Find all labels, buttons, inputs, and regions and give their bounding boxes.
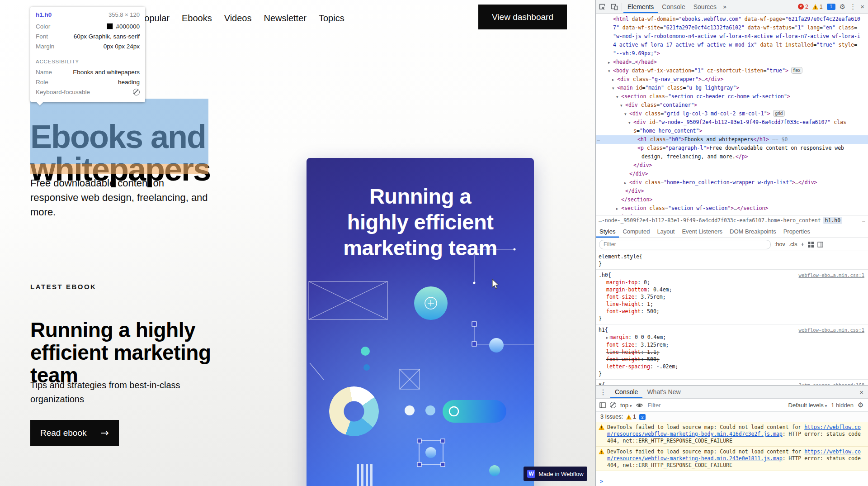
css-selector[interactable]: * (599, 381, 602, 385)
tab-elements[interactable]: Elements (623, 0, 658, 13)
settings-gear-icon[interactable]: ⚙ (840, 3, 845, 11)
nav-link[interactable]: Newsletter (264, 13, 306, 24)
elements-tree-line[interactable]: <html data-wf-domain="ebooks.webflow.com… (596, 15, 868, 24)
breadcrumb-path[interactable]: -node-_9509f2e4-b112-83e1-9f49-6a4cdd7f0… (602, 217, 821, 224)
css-property[interactable]: margin-top: 0; (599, 279, 864, 286)
issues-message-badge[interactable]: 1 (827, 4, 835, 10)
nav-link[interactable]: Videos (224, 13, 252, 24)
breadcrumb-current-node[interactable]: h1.h0 (823, 217, 843, 224)
console-levels-dropdown[interactable]: Default levels▾ (788, 402, 827, 409)
breadcrumb-ellipsis[interactable]: … (599, 217, 602, 224)
close-drawer-icon[interactable]: × (855, 388, 868, 396)
expand-arrow-icon[interactable]: ▸ (624, 179, 629, 187)
kebab-menu-icon[interactable]: ⋮ (849, 3, 856, 11)
nav-link[interactable]: Ebooks (182, 13, 212, 24)
drawer-tab-console[interactable]: Console (610, 386, 642, 398)
more-tabs-icon[interactable]: » (721, 3, 729, 10)
tab-console[interactable]: Console (658, 0, 689, 13)
console-prompt[interactable]: > (596, 477, 868, 486)
css-property[interactable]: letter-spacing: -.02em; (599, 363, 864, 370)
elements-tree-line[interactable]: ▸<div class="home-hero_collection-wrappe… (596, 178, 868, 187)
css-property[interactable]: line-height: 1; (599, 300, 864, 308)
elements-tree-line[interactable]: ▸<section class="section wf-section">…</… (596, 204, 868, 213)
css-property[interactable]: font-weight: 500; (599, 308, 864, 315)
warning-count-badge[interactable]: 1 (812, 4, 823, 10)
elements-tree-line[interactable]: ▸<head>…</head> (596, 58, 868, 67)
console-filter-input[interactable] (647, 401, 784, 409)
expand-arrow-icon[interactable]: ▾ (620, 101, 625, 110)
expand-arrow-icon[interactable]: ▸ (616, 205, 621, 213)
toggle-class-button[interactable]: .cls (789, 241, 797, 248)
sidebar-tab-styles[interactable]: Styles (596, 225, 619, 238)
expand-arrow-icon[interactable]: ▸ (608, 58, 613, 67)
elements-tree-line[interactable]: ▾<div id="w-node-_9509f2e4-b112-83e1-9f4… (596, 118, 868, 127)
expand-arrow-icon[interactable]: ▾ (612, 84, 617, 92)
view-dashboard-button[interactable]: View dashboard (478, 5, 567, 29)
elements-tree-line[interactable]: ▾<section class="section cc-header cc-ho… (596, 92, 868, 101)
elements-tree-line[interactable]: "--vh:9.69px;"> (596, 49, 868, 58)
toggle-hover-state-button[interactable]: :hov (774, 241, 785, 248)
drawer-kebab-icon[interactable]: ⋮ (596, 388, 610, 396)
expand-arrow-icon[interactable]: ▸ (612, 76, 617, 84)
layout-badge[interactable]: flex (791, 67, 803, 74)
grid-overlay-icon[interactable] (808, 242, 814, 248)
clear-console-icon[interactable] (610, 402, 616, 408)
css-property[interactable]: line-height: 1.1; (599, 348, 864, 356)
stylesheet-link[interactable]: webflow-ebo…a.min.css:1 (799, 326, 864, 334)
read-ebook-button[interactable]: Read ebook → (30, 420, 119, 446)
sidebar-tab-computed[interactable]: Computed (619, 225, 653, 238)
elements-tree-line[interactable]: ▾<main id="main" class="u-bg-lightgray"> (596, 84, 868, 92)
css-selector[interactable]: h1 (599, 326, 605, 334)
console-context-selector[interactable]: top▾ (620, 402, 632, 409)
nav-link[interactable]: Topics (319, 13, 344, 24)
issues-count-label[interactable]: 3 Issues: (600, 414, 623, 420)
elements-tree-line[interactable]: ▸<div class="g-nav_wrapper">…</div> (596, 75, 868, 84)
css-property[interactable]: font-weight: 500; (599, 356, 864, 363)
issues-warning-chip[interactable]: 1 (626, 414, 636, 420)
elements-tree-line[interactable]: ▾<div class="grid lg-col-3 md-col-2 sm-c… (596, 110, 868, 118)
elements-tree-line[interactable]: </main> (596, 213, 868, 215)
layout-badge[interactable]: grid (773, 110, 785, 117)
device-toolbar-icon[interactable] (608, 0, 620, 13)
elements-tree-line[interactable]: </section> (596, 195, 868, 204)
expand-arrow-icon[interactable]: ▾ (616, 93, 621, 101)
node-options-icon[interactable]: … (597, 135, 599, 143)
stylesheet-link[interactable]: webflow-ebo…a.min.css:1 (799, 272, 864, 279)
elements-tree-line[interactable]: </div> (596, 161, 868, 170)
expand-shorthand-icon[interactable]: ▸ (606, 335, 609, 340)
elements-tree-line[interactable]: ▾<body data-wf-ix-vacation="1" cz-shortc… (596, 67, 868, 75)
sidebar-tab-properties[interactable]: Properties (780, 225, 814, 238)
sidebar-tab-dom-breakpoints[interactable]: DOM Breakpoints (726, 225, 780, 238)
error-count-badge[interactable]: × 2 (798, 4, 808, 10)
issues-info-chip[interactable]: 2 (639, 414, 646, 420)
expand-arrow-icon[interactable]: ▾ (608, 67, 613, 75)
elements-tree-line[interactable]: 4-active wf-lora-i7-active wf-active w-m… (596, 41, 868, 49)
css-selector[interactable]: .h0 (599, 272, 608, 279)
elements-tree-line[interactable]: ▾<div class="container"> (596, 101, 868, 110)
inspect-element-icon[interactable] (596, 0, 608, 13)
new-style-rule-button[interactable]: + (801, 241, 804, 248)
console-settings-icon[interactable]: ⚙ (858, 401, 863, 409)
close-devtools-icon[interactable]: × (860, 3, 864, 10)
drawer-tab-what-s-new[interactable]: What's New (642, 386, 685, 398)
stylesheet-link[interactable]: ?utm_source_shboard:168 (799, 381, 864, 385)
elements-tree-line[interactable]: <p class="paragraph-l">Free downloadable… (596, 144, 868, 152)
css-property[interactable]: font-size: 3.125rem; (599, 341, 864, 348)
elements-tree-line[interactable]: design, freelancing, and more.</p> (596, 152, 868, 161)
elements-tree-line[interactable]: "w-mod-js wf-robotomono-n4-active wf-lor… (596, 32, 868, 41)
sidebar-tab-layout[interactable]: Layout (653, 225, 678, 238)
elements-tree-line[interactable]: … <h1 class="h0">Ebooks and whitepapers<… (596, 135, 868, 144)
computed-panel-icon[interactable] (817, 242, 823, 248)
expand-arrow-icon[interactable]: ▾ (624, 110, 629, 118)
tab-sources[interactable]: Sources (689, 0, 721, 13)
css-property[interactable]: font-size: 3.75rem; (599, 293, 864, 300)
made-in-webflow-badge[interactable]: W Made in Webflow (524, 467, 587, 481)
css-property[interactable]: margin-bottom: 0.4em; (599, 286, 864, 293)
sidebar-tab-event-listeners[interactable]: Event Listeners (678, 225, 726, 238)
elements-tree-line[interactable]: </div> (596, 187, 868, 195)
elements-tree-line[interactable]: </div> (596, 170, 868, 178)
elements-tree-line[interactable]: s="home-hero_content"> (596, 127, 868, 135)
console-sidebar-icon[interactable] (599, 402, 606, 408)
css-selector[interactable]: element.style (599, 253, 639, 260)
styles-filter-input[interactable] (599, 240, 771, 249)
